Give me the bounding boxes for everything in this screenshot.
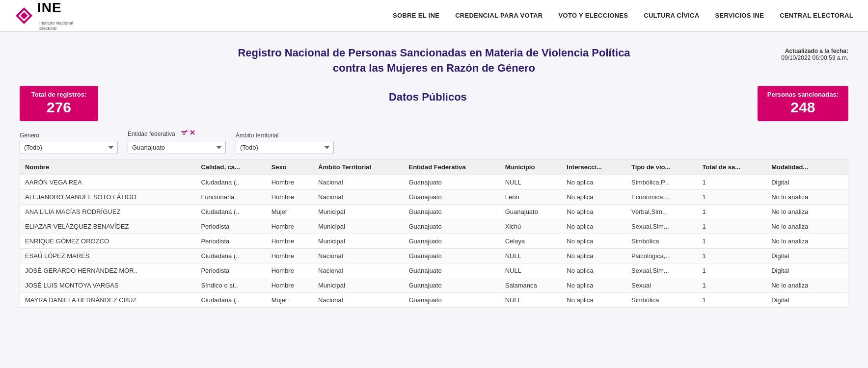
table-cell: Nacional bbox=[313, 263, 404, 278]
table-cell: Simbólica bbox=[626, 234, 697, 249]
main-content: Registro Nacional de Personas Sancionada… bbox=[0, 32, 868, 368]
table-cell: Municipal bbox=[313, 234, 404, 249]
table-header-row: Nombre Calidad, ca... Sexo Ámbito Territ… bbox=[20, 159, 848, 175]
table-cell: Guanajuato bbox=[404, 293, 500, 308]
table-cell bbox=[834, 278, 848, 293]
personas-sancionadas-label: Personas sancionadas: bbox=[767, 91, 839, 99]
col-municipio: Municipio bbox=[500, 159, 562, 175]
table-cell: Ciudadana (.. bbox=[196, 175, 266, 190]
svg-rect-3 bbox=[181, 131, 187, 132]
table-cell: No aplica bbox=[562, 249, 626, 263]
table-cell: No aplica bbox=[562, 293, 626, 308]
table-cell: Digital bbox=[766, 175, 834, 190]
table-cell: Hombre bbox=[267, 234, 313, 249]
stats-row: Total de registros: 276 Datos Públicos P… bbox=[20, 86, 848, 122]
table-cell: Mujer bbox=[267, 205, 313, 219]
table-cell: NULL bbox=[500, 175, 562, 190]
table-cell: No aplica bbox=[562, 263, 626, 278]
logo-area: INE Instituto NacionalElectoral bbox=[15, 0, 73, 31]
table-cell: NULL bbox=[500, 249, 562, 263]
table-cell: Digital bbox=[766, 263, 834, 278]
nav-link-cultura[interactable]: CULTURA CÍVICA bbox=[644, 12, 699, 19]
filter-ambito: Ámbito territorial (Todo) bbox=[236, 132, 334, 154]
table-cell: MAYRA DANIELA HERNÁNDEZ CRUZ bbox=[20, 293, 196, 308]
col-nombre: Nombre bbox=[20, 159, 196, 175]
nav-link-credencial[interactable]: CREDENCIAL PARA VOTAR bbox=[455, 12, 542, 19]
table-cell: Municipal bbox=[313, 205, 404, 219]
table-cell: Digital bbox=[766, 293, 834, 308]
table-cell bbox=[834, 219, 848, 234]
table-cell: Municipal bbox=[313, 278, 404, 293]
nav-link-sobre[interactable]: SOBRE EL INE bbox=[393, 12, 439, 19]
table-cell: Económica,... bbox=[626, 190, 697, 205]
table-row: JOSÉ LUIS MONTOYA VARGASSíndico o sí..Ho… bbox=[20, 278, 848, 293]
table-cell: Municipal bbox=[313, 219, 404, 234]
table-cell: No lo analiza bbox=[766, 278, 834, 293]
table-cell: No lo analiza bbox=[766, 219, 834, 234]
table-cell: No lo analiza bbox=[766, 205, 834, 219]
table-cell: Psicológica,... bbox=[626, 249, 697, 263]
filter-entidad-select[interactable]: Guanajuato bbox=[128, 141, 226, 154]
table-row: MAYRA DANIELA HERNÁNDEZ CRUZCiudadana (.… bbox=[20, 293, 848, 308]
table-cell: Mujer bbox=[267, 293, 313, 308]
nav-item-servicios[interactable]: SERVICIOS INE bbox=[715, 12, 764, 19]
table-row: JOSÉ GERARDO HERNÁNDEZ MOR..PeriodistaHo… bbox=[20, 263, 848, 278]
table-cell bbox=[834, 234, 848, 249]
filter-entidad-label: Entidad federativa bbox=[128, 129, 226, 139]
logo-text-group: INE Instituto NacionalElectoral bbox=[37, 0, 73, 31]
nav-item-central[interactable]: CENTRAL ELECTORAL bbox=[780, 12, 853, 19]
table-cell: Hombre bbox=[267, 190, 313, 205]
filter-ambito-select[interactable]: (Todo) bbox=[236, 141, 334, 154]
table-cell bbox=[834, 293, 848, 308]
table-cell: 1 bbox=[697, 293, 766, 308]
table-cell: Guanajuato bbox=[404, 249, 500, 263]
table-cell: Nacional bbox=[313, 249, 404, 263]
nav-link-servicios[interactable]: SERVICIOS INE bbox=[715, 12, 764, 19]
table-cell: NULL bbox=[500, 293, 562, 308]
col-sexo: Sexo bbox=[267, 159, 313, 175]
table-cell: Guanajuato bbox=[404, 263, 500, 278]
table-cell: Ciudadana (.. bbox=[196, 293, 266, 308]
table-cell: JOSÉ LUIS MONTOYA VARGAS bbox=[20, 278, 196, 293]
table-cell: No aplica bbox=[562, 190, 626, 205]
table-cell: No lo analiza bbox=[766, 190, 834, 205]
table-cell: Periodista bbox=[196, 234, 266, 249]
nav-item-voto[interactable]: VOTO Y ELECCIONES bbox=[559, 12, 628, 19]
table-cell: Simbólica bbox=[626, 293, 697, 308]
table-cell: ANA LILIA MACÍAS RODRÍGUEZ bbox=[20, 205, 196, 219]
table-cell: Guanajuato bbox=[404, 190, 500, 205]
x-clear-icon bbox=[190, 130, 195, 135]
table-cell: Simbólica,P... bbox=[626, 175, 697, 190]
table-cell bbox=[834, 263, 848, 278]
col-calidad: Calidad, ca... bbox=[196, 159, 266, 175]
filter-genero-select[interactable]: (Todo) bbox=[20, 141, 118, 154]
nav-link-voto[interactable]: VOTO Y ELECCIONES bbox=[559, 12, 628, 19]
total-registros-label: Total de registros: bbox=[29, 91, 88, 99]
table-cell: Ciudadana (.. bbox=[196, 205, 266, 219]
filter-clear-icon[interactable] bbox=[181, 129, 195, 139]
table-cell: No aplica bbox=[562, 175, 626, 190]
nav-link-central[interactable]: CENTRAL ELECTORAL bbox=[780, 12, 853, 19]
table-cell: Periodista bbox=[196, 263, 266, 278]
col-ambito-territorial: Ámbito Territorial bbox=[313, 159, 404, 175]
table-cell: Ciudadana (.. bbox=[196, 249, 266, 263]
svg-rect-4 bbox=[182, 132, 186, 133]
filter-ambito-label: Ámbito territorial bbox=[236, 132, 334, 139]
table-cell: 1 bbox=[697, 263, 766, 278]
table-cell: Nacional bbox=[313, 190, 404, 205]
table-header: Nombre Calidad, ca... Sexo Ámbito Territ… bbox=[20, 159, 848, 175]
total-registros-value: 276 bbox=[29, 99, 88, 116]
update-label: Actualizado a la fecha: bbox=[785, 48, 848, 54]
table-cell: Nacional bbox=[313, 293, 404, 308]
col-modalidad: Modalidad... bbox=[766, 159, 834, 175]
table-cell: Verbal,Sim... bbox=[626, 205, 697, 219]
page-title-text: Registro Nacional de Personas Sancionada… bbox=[118, 46, 750, 76]
table-cell: 1 bbox=[697, 219, 766, 234]
nav-item-sobre[interactable]: SOBRE EL INE bbox=[393, 12, 439, 19]
nav-item-credencial[interactable]: CREDENCIAL PARA VOTAR bbox=[455, 12, 542, 19]
table-cell: Guanajuato bbox=[404, 278, 500, 293]
table-cell: Síndico o sí.. bbox=[196, 278, 266, 293]
table-cell: 1 bbox=[697, 175, 766, 190]
col-entidad-federativa: Entidad Federativa bbox=[404, 159, 500, 175]
nav-item-cultura[interactable]: CULTURA CÍVICA bbox=[644, 12, 699, 19]
